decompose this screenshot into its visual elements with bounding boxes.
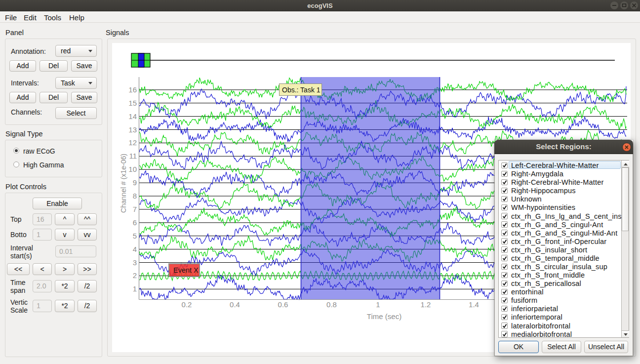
svg-text:1: 1 bbox=[376, 300, 380, 309]
svg-text:6: 6 bbox=[133, 218, 137, 227]
svg-text:Channel # (x1e-06): Channel # (x1e-06) bbox=[120, 154, 127, 213]
svg-text:5: 5 bbox=[133, 232, 137, 240]
svg-text:Event X: Event X bbox=[173, 266, 199, 274]
svg-text:1.2: 1.2 bbox=[421, 300, 431, 309]
svg-text:9: 9 bbox=[133, 178, 137, 187]
svg-text:Time (sec): Time (sec) bbox=[367, 312, 401, 321]
svg-text:10: 10 bbox=[128, 165, 137, 173]
svg-text:12: 12 bbox=[128, 138, 137, 147]
svg-text:15: 15 bbox=[128, 99, 137, 107]
svg-text:13: 13 bbox=[128, 125, 137, 134]
svg-text:11: 11 bbox=[129, 152, 137, 160]
svg-text:1: 1 bbox=[133, 284, 137, 293]
svg-text:3: 3 bbox=[133, 258, 137, 267]
svg-text:1.4: 1.4 bbox=[469, 300, 479, 309]
svg-text:16: 16 bbox=[128, 85, 137, 94]
svg-text:4: 4 bbox=[133, 245, 137, 253]
svg-text:7: 7 bbox=[133, 205, 137, 213]
svg-text:0.6: 0.6 bbox=[278, 300, 288, 309]
svg-text:2: 2 bbox=[133, 271, 137, 280]
svg-text:8: 8 bbox=[133, 192, 137, 200]
svg-text:0.2: 0.2 bbox=[182, 300, 192, 309]
svg-text:0.8: 0.8 bbox=[326, 300, 337, 309]
svg-text:14: 14 bbox=[128, 112, 137, 121]
svg-text:Obs.: Task 1: Obs.: Task 1 bbox=[282, 86, 320, 94]
svg-text:0.4: 0.4 bbox=[230, 300, 240, 309]
